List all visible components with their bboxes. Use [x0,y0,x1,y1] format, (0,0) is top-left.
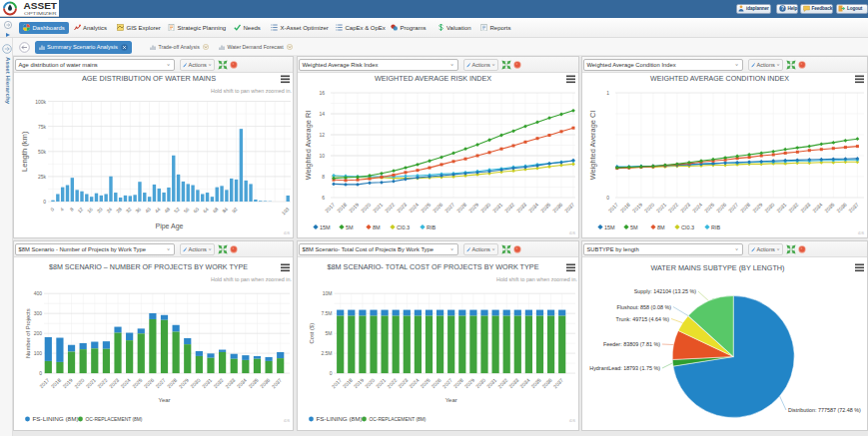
svg-text:2031: 2031 [775,202,787,214]
svg-text:2023: 2023 [108,377,120,389]
svg-text:2027: 2027 [443,202,455,214]
svg-text:FS-LINING (8M): FS-LINING (8M) [33,416,79,422]
svg-text:2022: 2022 [96,377,108,389]
svg-text:2.5M: 2.5M [321,350,332,356]
svg-text:68: 68 [212,207,220,215]
svg-text:4: 4 [59,207,65,213]
svg-text:100k: 100k [35,99,46,105]
svg-text:75k: 75k [38,124,47,130]
svg-text:2035: 2035 [529,377,541,389]
svg-text:2035: 2035 [823,202,835,214]
svg-text:15M: 15M [604,224,615,230]
svg-text:2025: 2025 [703,202,715,214]
svg-text:300: 300 [34,310,43,316]
svg-text:Number of Projects: Number of Projects [25,308,31,358]
svg-text:CI0.3: CI0.3 [397,224,410,230]
svg-text:2027: 2027 [154,377,166,389]
svg-text:Hold shift to pan when zoomed: Hold shift to pan when zoomed in. [211,276,292,282]
svg-text:2032: 2032 [787,202,799,214]
svg-text:15M: 15M [320,224,331,230]
svg-text:2018: 2018 [336,202,348,214]
svg-text:2021: 2021 [372,202,384,214]
svg-text:Pipe Age: Pipe Age [155,222,183,230]
svg-text:400: 400 [34,290,43,296]
svg-text:8: 8 [322,174,325,180]
svg-text:2029: 2029 [751,202,763,214]
svg-text:2035: 2035 [247,377,259,389]
svg-text:16: 16 [86,207,94,215]
svg-text:Distribution: 777587 (72.48 %): Distribution: 777587 (72.48 %) [788,407,861,413]
svg-text:14: 14 [319,111,325,117]
svg-text:2037: 2037 [847,202,859,214]
svg-text:Flushout: 858 (0.08 %): Flushout: 858 (0.08 %) [616,304,671,310]
svg-text:2025: 2025 [131,377,143,389]
svg-text:0: 0 [43,199,46,205]
svg-text:2028: 2028 [166,377,178,389]
svg-text:2024: 2024 [408,377,420,389]
svg-text:2019: 2019 [353,377,365,389]
svg-text:2024: 2024 [120,377,132,389]
svg-text:CI0.3: CI0.3 [681,224,694,230]
svg-text:2030: 2030 [763,202,775,214]
svg-text:10M: 10M [323,290,333,296]
svg-text:2026: 2026 [715,202,727,214]
svg-text:92: 92 [231,207,239,215]
svg-text:2032: 2032 [213,377,225,389]
svg-text:2030: 2030 [479,202,491,214]
svg-text:WEIGHTED AVERAGE CONDITION IND: WEIGHTED AVERAGE CONDITION INDEX [650,74,790,83]
svg-text:8M: 8M [373,224,381,230]
svg-text:Hold shift to pan when zoomed: Hold shift to pan when zoomed in. [211,88,292,94]
svg-text:2031: 2031 [201,377,213,389]
svg-text:2020: 2020 [73,377,85,389]
svg-text:48: 48 [164,207,172,215]
svg-text:6: 6 [322,195,325,201]
svg-text:200: 200 [34,330,43,336]
svg-text:2034: 2034 [236,377,248,389]
svg-text:50k: 50k [38,149,47,155]
svg-text:20: 20 [96,207,104,215]
svg-text:iDS: iDS [284,419,291,423]
svg-text:2029: 2029 [178,377,190,389]
svg-text:2033: 2033 [799,202,811,214]
svg-text:24: 24 [106,207,114,215]
svg-text:ASSET: ASSET [24,1,59,11]
svg-text:2034: 2034 [527,202,539,214]
svg-text:1: 1 [606,90,609,96]
svg-text:2025: 2025 [419,377,431,389]
svg-text:2031: 2031 [485,377,497,389]
svg-text:2036: 2036 [541,377,553,389]
svg-text:60: 60 [193,207,201,215]
svg-text:10: 10 [319,153,325,159]
svg-text:56: 56 [183,207,191,215]
svg-text:52: 52 [173,207,181,215]
svg-text:28: 28 [115,207,123,215]
svg-text:2036: 2036 [835,202,847,214]
svg-text:Feeder: 83809 (7.81 %): Feeder: 83809 (7.81 %) [603,341,660,347]
svg-text:2020: 2020 [364,377,376,389]
svg-text:2020: 2020 [360,202,372,214]
svg-text:2020: 2020 [643,202,655,214]
svg-text:2024: 2024 [691,202,703,214]
svg-text:5M: 5M [326,330,333,336]
svg-text:RIB: RIB [711,224,721,230]
svg-text:2037: 2037 [552,377,564,389]
svg-text:2017: 2017 [331,377,343,389]
svg-text:Weighted Average CI: Weighted Average CI [588,111,597,181]
svg-text:HydrantLead: 18793 (1.75 %): HydrantLead: 18793 (1.75 %) [589,365,660,371]
svg-text:32: 32 [125,207,133,215]
svg-text:2025: 2025 [420,202,432,214]
svg-text:2026: 2026 [143,377,155,389]
svg-text:iDS: iDS [284,231,291,235]
svg-text:36: 36 [135,207,143,215]
svg-text:2037: 2037 [563,202,575,214]
svg-text:2019: 2019 [61,377,73,389]
svg-text:AGE DISTRIBUTION OF WATER MAIN: AGE DISTRIBUTION OF WATER MAINS [82,74,216,83]
svg-text:2033: 2033 [507,377,519,389]
svg-text:84: 84 [222,207,230,215]
svg-text:64: 64 [202,207,210,215]
svg-text:2021: 2021 [655,202,667,214]
svg-text:2024: 2024 [408,202,420,214]
svg-text:Year: Year [445,397,457,403]
svg-text:12: 12 [319,132,325,138]
svg-text:2036: 2036 [259,377,271,389]
